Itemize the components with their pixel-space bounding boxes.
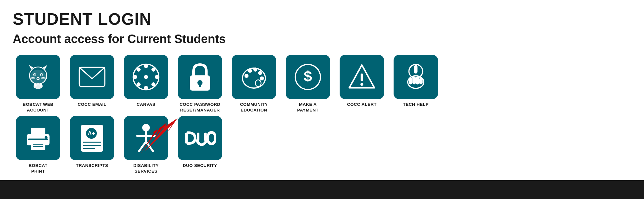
transcripts-button[interactable]: A+ TRANSCRIPTS [67, 116, 117, 174]
svg-rect-45 [409, 78, 412, 85]
red-arrow-overlay [136, 119, 171, 158]
svg-point-8 [37, 77, 39, 78]
bobcat-print-icon-box [16, 116, 60, 160]
duo-icon [184, 130, 216, 147]
bobcat-print-button[interactable]: BOBCATPRINT [13, 116, 63, 174]
tech-help-label: TECH HELP [403, 102, 428, 107]
svg-point-35 [258, 71, 262, 75]
svg-rect-43 [414, 65, 418, 73]
svg-rect-54 [28, 138, 48, 140]
cocc-password-button[interactable]: COCC PASSWORDRESET/MANAGER [175, 55, 225, 113]
cocc-email-button[interactable]: COCC EMAIL [67, 55, 117, 113]
svg-point-19 [144, 86, 148, 90]
community-education-label: COMMUNITYEDUCATION [240, 102, 268, 113]
transcripts-icon-box: A+ [70, 116, 114, 160]
canvas-icon [132, 63, 160, 91]
svg-rect-40 [361, 73, 363, 81]
duo-security-icon-box [178, 116, 222, 160]
canvas-button[interactable]: CANVAS [121, 55, 171, 113]
cocc-email-label: COCC EMAIL [78, 102, 107, 107]
canvas-icon-box [124, 55, 168, 99]
community-education-button[interactable]: COMMUNITYEDUCATION [229, 55, 279, 113]
svg-point-41 [361, 83, 363, 86]
svg-point-70 [208, 132, 216, 143]
cocc-alert-label: COCC ALERT [347, 102, 377, 107]
cocc-alert-button[interactable]: COCC ALERT [336, 55, 387, 113]
svg-point-32 [244, 74, 249, 78]
cocc-password-icon-box [178, 55, 222, 99]
duo-security-button[interactable]: DUO SECURITY [175, 116, 225, 174]
svg-point-21 [155, 75, 159, 79]
payment-icon: $ [294, 63, 322, 91]
svg-point-25 [151, 82, 156, 86]
disability-services-label: DISABILITYSERVICES [133, 163, 159, 174]
bobcat-print-label: BOBCATPRINT [29, 163, 48, 174]
svg-point-22 [136, 67, 141, 72]
svg-rect-48 [419, 78, 423, 85]
svg-point-34 [253, 67, 257, 72]
password-icon [187, 62, 213, 92]
svg-point-31 [256, 80, 261, 87]
community-education-icon-box [232, 55, 276, 99]
transcripts-icon: A+ [79, 123, 105, 153]
svg-text:$: $ [304, 68, 312, 85]
bobcat-web-account-icon-box [16, 55, 60, 99]
svg-rect-46 [412, 76, 416, 84]
email-icon [78, 66, 106, 88]
print-icon [24, 125, 52, 152]
svg-point-26 [144, 75, 148, 79]
svg-point-6 [34, 74, 36, 76]
arrow-svg [136, 119, 171, 157]
subtitle: Account access for Current Students [13, 32, 631, 46]
cocc-alert-icon-box [340, 55, 384, 99]
svg-point-7 [41, 74, 43, 76]
page-title: STUDENT LOGIN [13, 10, 631, 29]
svg-point-23 [151, 67, 156, 72]
tech-help-icon [402, 63, 430, 91]
svg-point-14 [34, 84, 37, 87]
bobcat-web-account-label: BOBCAT WEBACCOUNT [23, 102, 54, 113]
tech-help-button[interactable]: TECH HELP [390, 55, 441, 113]
transcripts-label: TRANSCRIPTS [76, 163, 108, 169]
page-container: STUDENT LOGIN Account access for Current… [0, 0, 644, 174]
bobcat-icon [24, 63, 52, 91]
make-a-payment-label: MAKE APAYMENT [297, 102, 318, 113]
tech-help-icon-box [394, 55, 438, 99]
duo-security-label: DUO SECURITY [183, 163, 217, 169]
canvas-label: CANVAS [136, 102, 155, 107]
icon-row-2: BOBCATPRINT A+ [13, 116, 631, 174]
svg-point-33 [248, 69, 252, 73]
cocc-password-label: COCC PASSWORDRESET/MANAGER [180, 102, 221, 113]
svg-rect-50 [31, 128, 45, 135]
svg-point-55 [45, 136, 48, 139]
bobcat-web-account-button[interactable]: BOBCAT WEBACCOUNT [13, 55, 63, 113]
svg-rect-51 [31, 142, 45, 150]
svg-point-18 [144, 64, 148, 68]
make-a-payment-button[interactable]: $ MAKE APAYMENT [282, 55, 333, 113]
svg-rect-67 [185, 132, 188, 143]
svg-point-36 [260, 76, 264, 80]
svg-point-24 [136, 82, 141, 86]
svg-point-20 [133, 75, 137, 79]
make-a-payment-icon-box: $ [286, 55, 330, 99]
cocc-email-icon-box [70, 55, 114, 99]
svg-rect-29 [199, 83, 201, 87]
alert-icon [348, 63, 376, 91]
icon-row-1: BOBCAT WEBACCOUNT COCC EMAIL [13, 55, 631, 113]
icon-grid-wrapper: BOBCAT WEBACCOUNT COCC EMAIL [13, 55, 631, 174]
svg-text:A+: A+ [88, 130, 95, 137]
bottom-bar [0, 180, 644, 199]
svg-point-15 [40, 84, 43, 87]
svg-rect-47 [416, 76, 419, 84]
community-education-icon [240, 63, 268, 91]
